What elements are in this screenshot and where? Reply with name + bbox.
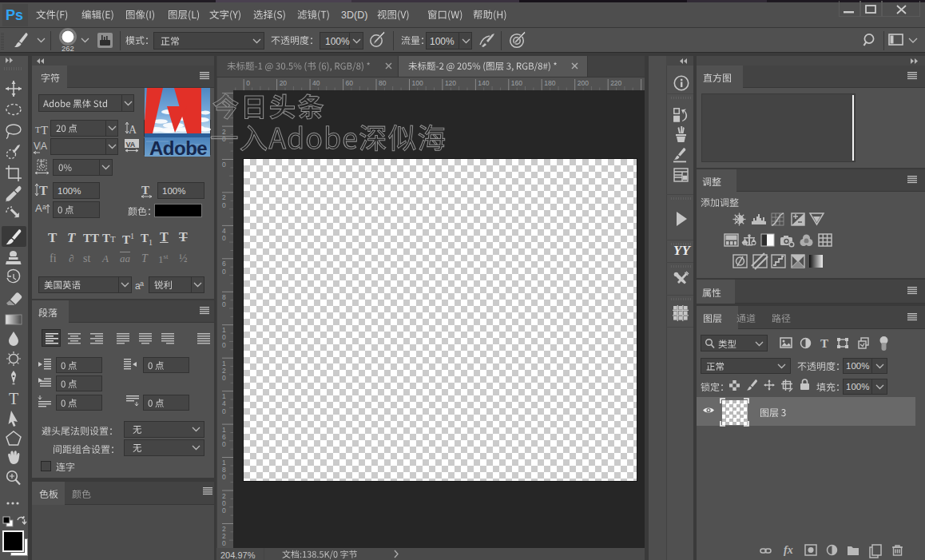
svg-text:T: T bbox=[141, 184, 149, 197]
svg-text:VA: VA bbox=[126, 141, 136, 149]
svg-text:a: a bbox=[140, 280, 144, 288]
svg-text:V: V bbox=[34, 141, 40, 152]
svg-text:A: A bbox=[129, 124, 137, 136]
svg-text:Adobe: Adobe bbox=[149, 137, 207, 159]
svg-text:T: T bbox=[39, 184, 48, 197]
svg-text:T: T bbox=[35, 125, 41, 134]
svg-text:T: T bbox=[41, 124, 48, 137]
svg-text:T: T bbox=[9, 390, 18, 407]
svg-text:A: A bbox=[35, 202, 42, 214]
svg-text:A: A bbox=[41, 141, 47, 152]
svg-text:a: a bbox=[42, 203, 46, 211]
